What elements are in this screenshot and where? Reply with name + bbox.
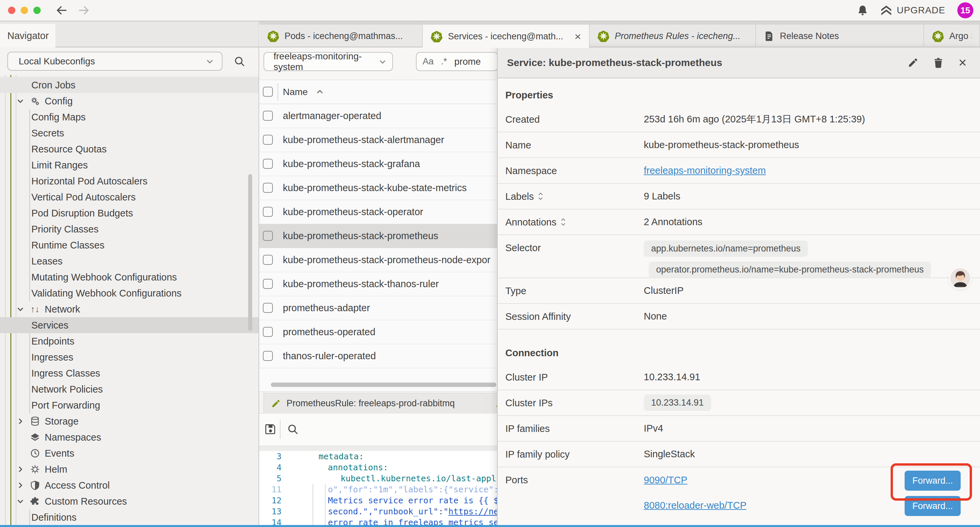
column-header-name[interactable]: Name — [283, 80, 324, 104]
row-checkbox[interactable] — [263, 135, 273, 145]
sidebar-item-runtime-classes[interactable]: Runtime Classes — [0, 237, 259, 253]
row-checkbox[interactable] — [263, 303, 273, 313]
sidebar-item-network[interactable]: ↑↓Network — [0, 301, 259, 317]
line-number: 3 — [259, 451, 282, 462]
sidebar-item-config-maps[interactable]: Config Maps — [0, 109, 259, 125]
sidebar-item-limit-ranges[interactable]: Limit Ranges — [0, 157, 259, 173]
annotation-highlight-box — [891, 463, 972, 501]
notification-count-badge[interactable]: 15 — [957, 2, 973, 18]
close-panel-icon[interactable]: × — [958, 56, 967, 70]
close-tab-icon[interactable]: × — [574, 31, 581, 42]
sidebar-item-ingresses[interactable]: Ingresses — [0, 349, 259, 365]
row-checkbox[interactable] — [263, 111, 273, 121]
close-window-button[interactable] — [8, 7, 15, 14]
minimize-window-button[interactable] — [21, 7, 28, 14]
sidebar-item-resource-quotas[interactable]: Resource Quotas — [0, 141, 259, 157]
forward-arrow-icon[interactable] — [77, 4, 91, 17]
row-checkbox[interactable] — [263, 159, 273, 169]
table-row[interactable]: kube-prometheus-stack-prometheus — [259, 224, 497, 248]
upgrade-button[interactable]: UPGRADE — [880, 4, 945, 16]
sidebar-item-definitions[interactable]: Definitions — [0, 509, 259, 525]
table-row[interactable]: kube-prometheus-stack-operator — [259, 200, 497, 224]
sidebar-item-storage[interactable]: Storage — [0, 413, 259, 429]
match-case-toggle[interactable]: Aa — [423, 56, 434, 67]
table-row[interactable]: kube-prometheus-stack-thanos-ruler — [259, 272, 497, 296]
sidebar-item-helm[interactable]: Helm — [0, 461, 259, 477]
sidebar-item-config[interactable]: Config — [0, 93, 259, 109]
editor-tab-prometheusrule[interactable]: PrometheusRule: freeleaps-prod-rabbitmq — [264, 393, 485, 414]
save-icon[interactable] — [264, 422, 277, 436]
table-row[interactable]: kube-prometheus-stack-kube-state-metrics — [259, 176, 497, 200]
row-checkbox[interactable] — [263, 327, 273, 337]
sidebar-item-services[interactable]: Services — [0, 317, 259, 333]
table-row[interactable]: prometheus-operated — [259, 320, 497, 344]
sidebar-item-access-control[interactable]: Access Control — [0, 477, 259, 493]
back-arrow-icon[interactable] — [55, 4, 68, 17]
port-link[interactable]: 8080:reloader-web/TCP — [644, 500, 746, 511]
sidebar-item-leases[interactable]: Leases — [0, 253, 259, 269]
sidebar-item-cron-jobs[interactable]: Cron Jobs — [0, 77, 259, 93]
line-number: 13 — [259, 506, 282, 517]
table-row[interactable]: kube-prometheus-stack-grafana — [259, 152, 497, 176]
zoom-window-button[interactable] — [33, 7, 41, 14]
editor-search-icon[interactable] — [286, 423, 299, 436]
sidebar-item-pod-disruption-budgets[interactable]: Pod Disruption Budgets — [0, 205, 259, 221]
expand-collapse-icon[interactable] — [560, 218, 566, 227]
edit-pencil-icon[interactable] — [908, 57, 918, 68]
namespace-select[interactable]: freeleaps-monitoring-system — [264, 52, 393, 71]
value-chip: 10.233.14.91 — [644, 395, 711, 411]
sidebar-search-icon[interactable] — [234, 56, 245, 67]
table-row[interactable]: thanos-ruler-operated — [259, 344, 497, 368]
tab-services[interactable]: Services - icecheng@math...× — [423, 25, 589, 48]
sidebar-item-network-policies[interactable]: Network Policies — [0, 381, 259, 397]
sidebar-item-mutating-webhook-configurations[interactable]: Mutating Webhook Configurations — [0, 269, 259, 285]
row-checkbox[interactable] — [263, 279, 273, 289]
table-row[interactable]: kube-prometheus-stack-alertmanager — [259, 128, 497, 152]
sidebar-item-events[interactable]: Events — [0, 445, 259, 461]
tab-prometheus[interactable]: Prometheus Rules - icecheng... — [589, 25, 756, 47]
namespace-link[interactable]: freeleaps-monitoring-system — [644, 165, 766, 176]
row-checkbox[interactable] — [263, 207, 273, 217]
sidebar-item-port-forwarding[interactable]: Port Forwarding — [0, 397, 259, 413]
editor-tab-next[interactable] — [486, 393, 497, 414]
sidebar-item-priority-classes[interactable]: Priority Classes — [0, 221, 259, 237]
sidebar-item-namespaces[interactable]: Namespaces — [0, 429, 259, 445]
assistant-avatar[interactable] — [950, 268, 970, 288]
tab-navigator[interactable]: Navigator — [0, 24, 56, 47]
sidebar-item-ingress-classes[interactable]: Ingress Classes — [0, 365, 259, 381]
tab-pods[interactable]: Pods - icecheng@mathmas... — [259, 25, 423, 47]
sidebar-scrollbar-thumb[interactable] — [248, 174, 252, 331]
expand-collapse-icon[interactable] — [538, 192, 543, 201]
selector-chip: operator.prometheus.io/name=kube-prometh… — [649, 261, 931, 278]
table-row[interactable]: kube-prometheus-stack-prometheus-node-ex… — [259, 248, 497, 272]
sidebar-item-custom-resources[interactable]: Custom Resources — [0, 493, 259, 509]
row-checkbox[interactable] — [263, 183, 273, 193]
chevron-down-icon — [16, 97, 25, 105]
table-row[interactable]: alertmanager-operated — [259, 104, 497, 128]
layers-icon — [30, 432, 40, 442]
yaml-editor[interactable]: 3metadata:4annotations:5kubectl.kubernet… — [259, 451, 497, 525]
table-row[interactable]: prometheus-adapter — [259, 296, 497, 320]
sidebar-item-secrets[interactable]: Secrets — [0, 125, 259, 141]
tab-argo[interactable]: Argo Serv — [924, 25, 980, 47]
kubeconfig-select[interactable]: Local Kubeconfigs — [7, 52, 223, 71]
row-checkbox[interactable] — [263, 255, 273, 265]
regex-toggle[interactable]: .* — [441, 56, 447, 67]
editor-scroll-strip[interactable] — [259, 446, 497, 451]
notifications-bell-icon[interactable] — [857, 5, 868, 16]
detail-label: Namespace — [505, 165, 557, 176]
list-search-input[interactable]: Aa .* prome — [416, 52, 498, 71]
code-link[interactable]: https://net — [448, 507, 497, 516]
port-link[interactable]: 9090/TCP — [644, 474, 687, 486]
row-checkbox[interactable] — [263, 351, 273, 361]
sidebar-item-horizontal-pod-autoscalers[interactable]: Horizontal Pod Autoscalers — [0, 173, 259, 189]
sidebar-item-vertical-pod-autoscalers[interactable]: Vertical Pod Autoscalers — [0, 189, 259, 205]
row-checkbox[interactable] — [263, 231, 273, 241]
sidebar-item-validating-webhook-configurations[interactable]: Validating Webhook Configurations — [0, 285, 259, 301]
upgrade-label: UPGRADE — [897, 5, 945, 16]
select-all-checkbox[interactable] — [263, 87, 273, 97]
tab-release[interactable]: Release Notes — [756, 25, 924, 47]
horizontal-scrollbar-thumb[interactable] — [271, 382, 496, 387]
delete-trash-icon[interactable] — [933, 57, 943, 68]
sidebar-item-endpoints[interactable]: Endpoints — [0, 333, 259, 349]
